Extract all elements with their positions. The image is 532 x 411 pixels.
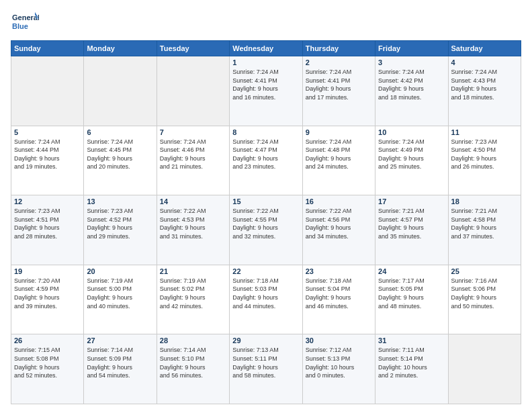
calendar-cell (84, 56, 157, 126)
calendar-week-1: 1Sunrise: 7:24 AM Sunset: 4:41 PM Daylig… (11, 56, 521, 126)
day-number: 22 (232, 267, 299, 275)
calendar-cell (157, 56, 229, 126)
day-number: 18 (451, 197, 518, 205)
day-info: Sunrise: 7:24 AM Sunset: 4:41 PM Dayligh… (232, 68, 299, 101)
day-info: Sunrise: 7:11 AM Sunset: 5:14 PM Dayligh… (378, 346, 445, 379)
calendar-cell: 18Sunrise: 7:21 AM Sunset: 4:58 PM Dayli… (448, 195, 521, 265)
calendar-cell: 25Sunrise: 7:16 AM Sunset: 5:06 PM Dayli… (448, 265, 521, 334)
calendar-cell: 7Sunrise: 7:24 AM Sunset: 4:46 PM Daylig… (157, 126, 229, 195)
day-number: 4 (451, 58, 518, 66)
day-info: Sunrise: 7:19 AM Sunset: 5:02 PM Dayligh… (160, 277, 226, 310)
calendar-cell: 10Sunrise: 7:24 AM Sunset: 4:49 PM Dayli… (375, 126, 448, 195)
day-number: 9 (306, 128, 372, 136)
calendar-cell: 21Sunrise: 7:19 AM Sunset: 5:02 PM Dayli… (157, 265, 229, 334)
day-number: 30 (306, 336, 372, 345)
calendar-cell: 26Sunrise: 7:15 AM Sunset: 5:08 PM Dayli… (11, 334, 84, 404)
calendar-week-2: 5Sunrise: 7:24 AM Sunset: 4:44 PM Daylig… (11, 126, 521, 195)
day-number: 8 (232, 128, 299, 136)
calendar-header-sunday: Sunday (11, 41, 84, 56)
day-info: Sunrise: 7:21 AM Sunset: 4:57 PM Dayligh… (378, 207, 445, 240)
calendar-header-wednesday: Wednesday (230, 41, 302, 56)
calendar-header-tuesday: Tuesday (157, 41, 229, 56)
day-info: Sunrise: 7:23 AM Sunset: 4:51 PM Dayligh… (14, 207, 81, 240)
day-number: 15 (232, 197, 299, 205)
day-info: Sunrise: 7:18 AM Sunset: 5:03 PM Dayligh… (232, 277, 299, 310)
day-info: Sunrise: 7:20 AM Sunset: 4:59 PM Dayligh… (14, 277, 81, 310)
day-number: 5 (14, 128, 81, 136)
day-number: 7 (160, 128, 226, 136)
day-number: 19 (14, 267, 81, 275)
day-number: 16 (306, 197, 372, 205)
day-number: 26 (14, 336, 81, 345)
calendar-cell: 1Sunrise: 7:24 AM Sunset: 4:41 PM Daylig… (230, 56, 302, 126)
day-info: Sunrise: 7:18 AM Sunset: 5:04 PM Dayligh… (306, 277, 372, 310)
day-info: Sunrise: 7:23 AM Sunset: 4:52 PM Dayligh… (87, 207, 153, 240)
calendar-cell: 23Sunrise: 7:18 AM Sunset: 5:04 PM Dayli… (302, 265, 375, 334)
calendar-cell: 2Sunrise: 7:24 AM Sunset: 4:41 PM Daylig… (302, 56, 375, 126)
day-info: Sunrise: 7:14 AM Sunset: 5:10 PM Dayligh… (160, 346, 226, 379)
day-number: 11 (451, 128, 518, 136)
day-number: 1 (232, 58, 299, 66)
calendar-cell: 5Sunrise: 7:24 AM Sunset: 4:44 PM Daylig… (11, 126, 84, 195)
calendar-cell: 4Sunrise: 7:24 AM Sunset: 4:43 PM Daylig… (448, 56, 521, 126)
calendar-header-row: SundayMondayTuesdayWednesdayThursdayFrid… (11, 41, 521, 56)
header: General Blue (11, 11, 521, 35)
calendar-header-saturday: Saturday (448, 41, 521, 56)
day-number: 2 (306, 58, 372, 66)
calendar-cell: 13Sunrise: 7:23 AM Sunset: 4:52 PM Dayli… (84, 195, 157, 265)
day-info: Sunrise: 7:16 AM Sunset: 5:06 PM Dayligh… (451, 277, 518, 310)
calendar-cell: 11Sunrise: 7:23 AM Sunset: 4:50 PM Dayli… (448, 126, 521, 195)
calendar-cell: 15Sunrise: 7:22 AM Sunset: 4:55 PM Dayli… (230, 195, 302, 265)
calendar-cell: 17Sunrise: 7:21 AM Sunset: 4:57 PM Dayli… (375, 195, 448, 265)
calendar-cell: 30Sunrise: 7:12 AM Sunset: 5:13 PM Dayli… (302, 334, 375, 404)
day-info: Sunrise: 7:23 AM Sunset: 4:50 PM Dayligh… (451, 138, 518, 171)
calendar-week-5: 26Sunrise: 7:15 AM Sunset: 5:08 PM Dayli… (11, 334, 521, 404)
day-info: Sunrise: 7:24 AM Sunset: 4:47 PM Dayligh… (232, 138, 299, 171)
calendar-cell: 3Sunrise: 7:24 AM Sunset: 4:42 PM Daylig… (375, 56, 448, 126)
day-info: Sunrise: 7:24 AM Sunset: 4:43 PM Dayligh… (451, 68, 518, 101)
day-number: 17 (378, 197, 445, 205)
page: General Blue SundayMondayTuesdayWednesda… (0, 0, 532, 411)
calendar-table: SundayMondayTuesdayWednesdayThursdayFrid… (11, 40, 521, 404)
day-info: Sunrise: 7:24 AM Sunset: 4:42 PM Dayligh… (378, 68, 445, 101)
calendar-cell: 28Sunrise: 7:14 AM Sunset: 5:10 PM Dayli… (157, 334, 229, 404)
svg-text:Blue: Blue (12, 22, 28, 30)
day-info: Sunrise: 7:19 AM Sunset: 5:00 PM Dayligh… (87, 277, 153, 310)
calendar-week-3: 12Sunrise: 7:23 AM Sunset: 4:51 PM Dayli… (11, 195, 521, 265)
calendar-cell: 14Sunrise: 7:22 AM Sunset: 4:53 PM Dayli… (157, 195, 229, 265)
calendar-cell: 20Sunrise: 7:19 AM Sunset: 5:00 PM Dayli… (84, 265, 157, 334)
calendar-cell: 29Sunrise: 7:13 AM Sunset: 5:11 PM Dayli… (230, 334, 302, 404)
calendar-cell (448, 334, 521, 404)
day-info: Sunrise: 7:24 AM Sunset: 4:49 PM Dayligh… (378, 138, 445, 171)
calendar-cell (11, 56, 84, 126)
calendar-header-friday: Friday (375, 41, 448, 56)
day-number: 28 (160, 336, 226, 345)
logo-svg: General Blue (11, 11, 39, 35)
calendar-cell: 22Sunrise: 7:18 AM Sunset: 5:03 PM Dayli… (230, 265, 302, 334)
day-info: Sunrise: 7:24 AM Sunset: 4:44 PM Dayligh… (14, 138, 81, 171)
calendar-cell: 31Sunrise: 7:11 AM Sunset: 5:14 PM Dayli… (375, 334, 448, 404)
day-number: 24 (378, 267, 445, 275)
calendar-header-thursday: Thursday (302, 41, 375, 56)
day-number: 27 (87, 336, 153, 345)
calendar-cell: 9Sunrise: 7:24 AM Sunset: 4:48 PM Daylig… (302, 126, 375, 195)
day-info: Sunrise: 7:12 AM Sunset: 5:13 PM Dayligh… (306, 346, 372, 379)
calendar-cell: 6Sunrise: 7:24 AM Sunset: 4:45 PM Daylig… (84, 126, 157, 195)
day-number: 25 (451, 267, 518, 275)
day-number: 31 (378, 336, 445, 345)
day-info: Sunrise: 7:22 AM Sunset: 4:56 PM Dayligh… (306, 207, 372, 240)
day-number: 23 (306, 267, 372, 275)
day-info: Sunrise: 7:13 AM Sunset: 5:11 PM Dayligh… (232, 346, 299, 379)
logo: General Blue (11, 11, 39, 35)
day-info: Sunrise: 7:15 AM Sunset: 5:08 PM Dayligh… (14, 346, 81, 379)
day-number: 10 (378, 128, 445, 136)
day-number: 13 (87, 197, 153, 205)
day-info: Sunrise: 7:14 AM Sunset: 5:09 PM Dayligh… (87, 346, 153, 379)
day-info: Sunrise: 7:24 AM Sunset: 4:48 PM Dayligh… (306, 138, 372, 171)
calendar-week-4: 19Sunrise: 7:20 AM Sunset: 4:59 PM Dayli… (11, 265, 521, 334)
day-info: Sunrise: 7:22 AM Sunset: 4:55 PM Dayligh… (232, 207, 299, 240)
day-number: 6 (87, 128, 153, 136)
day-info: Sunrise: 7:22 AM Sunset: 4:53 PM Dayligh… (160, 207, 226, 240)
calendar-cell: 27Sunrise: 7:14 AM Sunset: 5:09 PM Dayli… (84, 334, 157, 404)
day-number: 29 (232, 336, 299, 345)
